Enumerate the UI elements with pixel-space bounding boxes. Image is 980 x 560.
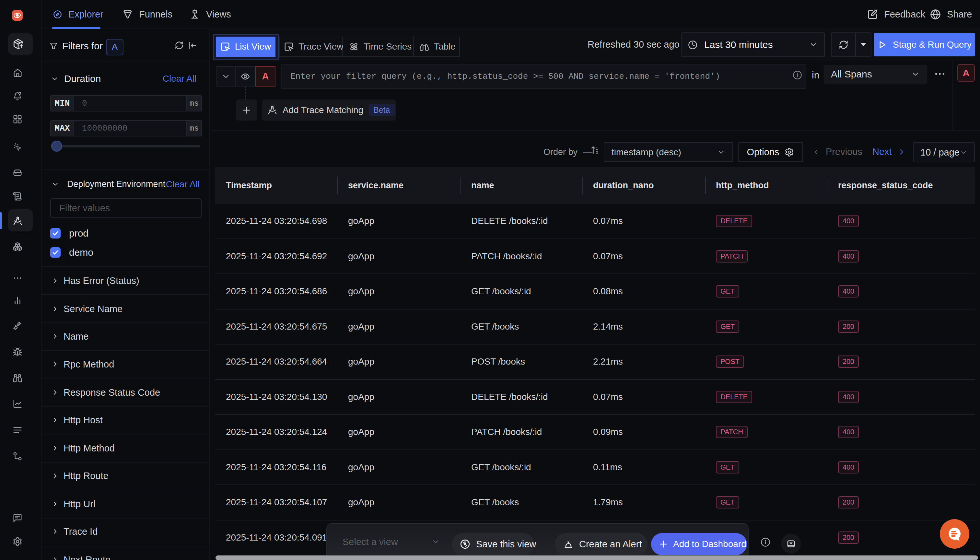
svg-text:0: 0 [596,150,598,155]
